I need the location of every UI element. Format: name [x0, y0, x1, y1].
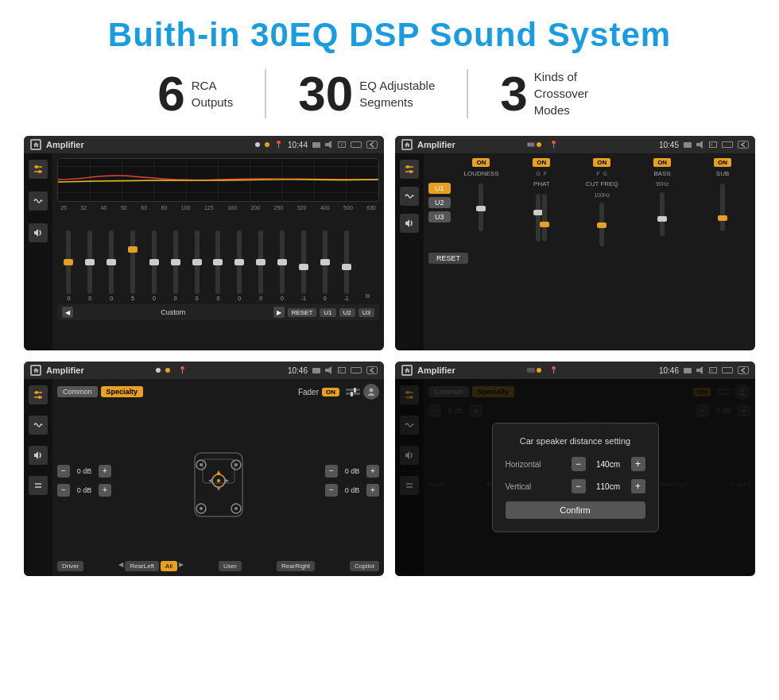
- eq-reset-btn[interactable]: RESET: [288, 308, 317, 317]
- fader-filter-btn[interactable]: [29, 385, 48, 404]
- profile-icon[interactable]: [363, 384, 379, 400]
- phat-on-badge[interactable]: ON: [533, 158, 550, 167]
- specialty-btn[interactable]: Specialty: [101, 386, 144, 397]
- stat-desc-crossover: Kinds of Crossover Modes: [534, 68, 622, 118]
- db2-plus[interactable]: +: [99, 484, 111, 497]
- eq-slider-13[interactable]: -1: [336, 230, 356, 301]
- eq-slider-4[interactable]: 0: [144, 230, 164, 301]
- cutfreq-on-badge[interactable]: ON: [593, 158, 610, 167]
- eq-slider-11[interactable]: -1: [293, 230, 313, 301]
- screen2-status-bar: Amplifier 📍 10:45 X: [395, 136, 755, 153]
- eq-u2-btn[interactable]: U2: [339, 308, 355, 317]
- rearleft-btn[interactable]: RearLeft: [125, 561, 159, 571]
- db3-minus[interactable]: −: [325, 465, 338, 478]
- eq-freq-labels: 25 32 40 50 63 80 100 125 160 200 250 32…: [57, 205, 379, 211]
- back-icon-3[interactable]: [366, 366, 378, 374]
- eq-speaker-btn[interactable]: [29, 223, 48, 242]
- stat-number-rca: 6: [157, 69, 184, 118]
- fader-speaker-btn[interactable]: [29, 446, 48, 465]
- car-svg: [179, 429, 258, 532]
- eq-slider-2[interactable]: 0: [102, 230, 122, 301]
- fader-wave-btn[interactable]: [29, 416, 48, 435]
- eq-slider-12[interactable]: 0: [315, 230, 335, 301]
- svg-point-32: [234, 463, 238, 466]
- user-btn[interactable]: User: [219, 561, 242, 571]
- bass-on-badge[interactable]: ON: [653, 158, 671, 167]
- phat-slider-1[interactable]: [536, 194, 541, 242]
- bass-slider[interactable]: [660, 192, 665, 236]
- db1-minus[interactable]: −: [57, 465, 70, 478]
- vertical-plus-btn[interactable]: +: [631, 479, 645, 493]
- rearright-btn[interactable]: RearRight: [277, 561, 315, 571]
- db2-val: 0 dB: [73, 486, 95, 494]
- back-icon-4[interactable]: [738, 366, 749, 374]
- sub-on-badge[interactable]: ON: [714, 158, 731, 167]
- amp-u3-btn[interactable]: U3: [428, 211, 451, 222]
- home-icon-3[interactable]: [30, 365, 41, 376]
- amp-wave-btn[interactable]: [400, 187, 419, 206]
- fader-expand-btn[interactable]: [29, 476, 48, 495]
- bass-label: BASS: [653, 170, 670, 177]
- amp-reset-btn[interactable]: RESET: [428, 253, 468, 264]
- eq-slider-10[interactable]: 0: [273, 230, 293, 301]
- eq-prev-btn[interactable]: ◀: [62, 307, 73, 318]
- amp-loudness: ON LOUDNESS: [454, 158, 510, 246]
- svg-point-19: [409, 170, 413, 173]
- amp-cutfreq: ON F G CUT FREQ 100Hz: [574, 158, 630, 246]
- phat-slider-2[interactable]: [542, 194, 547, 242]
- eq-next-btn[interactable]: ▶: [273, 307, 285, 318]
- eq-slider-9[interactable]: 0: [251, 230, 271, 301]
- stats-row: 6 RCA Outputs 30 EQ Adjustable Segments …: [24, 68, 755, 118]
- camera-icon-2: [684, 142, 692, 148]
- vertical-minus-btn[interactable]: −: [572, 479, 586, 493]
- active-dot: [537, 142, 541, 147]
- home-icon-4[interactable]: [401, 365, 413, 376]
- eq-u3-btn[interactable]: U3: [358, 308, 374, 317]
- amp-filter-btn[interactable]: [400, 160, 419, 179]
- db2-minus[interactable]: −: [57, 484, 70, 497]
- eq-slider-7[interactable]: 0: [208, 230, 228, 301]
- fader-on-pill[interactable]: ON: [322, 388, 339, 396]
- db3-plus[interactable]: +: [366, 465, 379, 478]
- db4-minus[interactable]: −: [325, 484, 338, 497]
- common-btn[interactable]: Common: [57, 386, 98, 397]
- loudness-on-badge[interactable]: ON: [472, 158, 490, 167]
- driver-btn[interactable]: Driver: [57, 561, 83, 571]
- screen3-status-bar: Amplifier 📍 10:46 X: [24, 362, 384, 379]
- eq-slider-0[interactable]: 0: [59, 230, 79, 301]
- stat-number-crossover: 3: [500, 69, 527, 118]
- eq-filter-btn[interactable]: [29, 160, 48, 179]
- loudness-slider[interactable]: [479, 184, 483, 231]
- home-icon[interactable]: [30, 139, 41, 150]
- fader-center: − 0 dB + − 0 dB +: [57, 404, 379, 556]
- copilot-btn[interactable]: Copilot: [350, 561, 379, 571]
- screen2-dots: [527, 142, 541, 147]
- all-btn[interactable]: All: [161, 561, 177, 571]
- sub-label: SUB: [716, 170, 729, 177]
- eq-wave-btn[interactable]: [29, 191, 48, 211]
- eq-slider-5[interactable]: 0: [165, 230, 185, 301]
- home-icon-2[interactable]: [401, 139, 413, 150]
- back-icon[interactable]: [366, 141, 378, 149]
- eq-slider-6[interactable]: 0: [187, 230, 207, 301]
- db4-plus[interactable]: +: [366, 484, 379, 497]
- horizontal-minus-btn[interactable]: −: [572, 457, 586, 471]
- eq-slider-8[interactable]: 0: [230, 230, 250, 301]
- cutfreq-slider[interactable]: [599, 203, 604, 246]
- confirm-button[interactable]: Confirm: [506, 501, 645, 519]
- amp-u2-btn[interactable]: U2: [428, 197, 451, 208]
- db1-plus[interactable]: +: [99, 465, 111, 478]
- sub-slider[interactable]: [720, 184, 725, 231]
- eq-sliders: 0 0 0 5: [57, 214, 379, 301]
- amp-u1-btn[interactable]: U1: [428, 183, 451, 194]
- back-icon-2[interactable]: [738, 141, 749, 149]
- svg-point-34: [200, 507, 203, 510]
- amp-speaker-btn[interactable]: [400, 214, 419, 233]
- horizontal-plus-btn[interactable]: +: [631, 457, 645, 471]
- fader-screen-content: Common Specialty Fader ON: [24, 379, 384, 576]
- eq-slider-expand[interactable]: »: [358, 290, 378, 301]
- eq-slider-1[interactable]: 0: [80, 230, 100, 301]
- eq-slider-3[interactable]: 5: [123, 230, 143, 301]
- fader-top-row: Common Specialty Fader ON: [57, 384, 379, 400]
- eq-u1-btn[interactable]: U1: [320, 308, 335, 317]
